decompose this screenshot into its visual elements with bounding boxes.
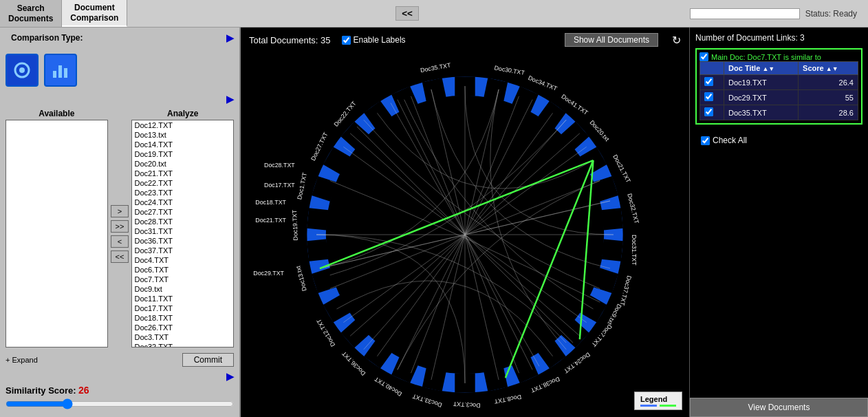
svg-line-31 [315,186,334,192]
analyze-list[interactable]: Doc12.TXTDoc13.txtDoc14.TXTDoc19.TXTDoc2… [131,120,234,348]
analyze-list-item[interactable]: Doc7.TXT [132,275,233,284]
similar-box: Main Doc: Doc7.TXT is similar to Doc Tit… [695,48,862,125]
legend-box: Legend [634,392,682,410]
analyze-list-item[interactable]: Doc26.TXT [132,323,233,332]
analyze-list-item[interactable]: Doc23.TXT [132,188,233,197]
legend-title: Legend [640,395,676,403]
svg-line-26 [347,328,362,341]
av-analyze-section: Available > >> < << Analyze Doc12.TXTDoc… [0,106,239,350]
tab-search-documents[interactable]: SearchDocuments [0,0,62,27]
svg-line-15 [603,249,622,251]
node-label-doc19: Doc19.TXT [291,209,299,241]
analyze-list-item[interactable]: Doc32.TXT [132,342,233,348]
svg-line-11 [568,129,583,142]
analyze-list-item[interactable]: Doc21.TXT [132,169,233,178]
collapse-button[interactable]: << [395,6,419,21]
analyze-list-item[interactable]: Doc19.TXT [132,149,233,159]
move-left-one-button[interactable]: < [111,235,129,248]
table-row[interactable]: Doc29.TXT 55 [700,90,858,105]
similar-checkbox[interactable] [699,52,708,61]
available-list[interactable] [6,120,108,348]
table-header-checkbox [700,62,724,75]
analyze-list-item[interactable]: Doc9.txt [132,284,233,294]
analyze-list-item[interactable]: Doc4.TXT [132,255,233,265]
row-score: 26.4 [799,75,858,90]
top-bar: SearchDocuments DocumentComparison << St… [0,0,868,28]
similar-title-text: Main Doc: Doc7.TXT is similar to [711,53,821,61]
node-label-doc28: Doc28.TXT [264,162,295,169]
left-panel: Comparison Type: ▶ [0,28,241,417]
table-header-doc-title[interactable]: Doc Title ▲▼ [724,62,799,75]
svg-line-29 [308,249,327,251]
expand-link[interactable]: + Expand [6,356,38,364]
show-all-documents-button[interactable]: Show All Documents [565,33,658,47]
refresh-button[interactable]: ↻ [672,34,681,47]
analyze-list-item[interactable]: Doc18.TXT [132,313,233,323]
svg-line-28 [315,277,334,284]
similarity-expand-arrow[interactable]: ▶ [226,371,234,382]
analyze-list-item[interactable]: Doc14.TXT [132,140,233,149]
analyze-list-item[interactable]: Doc20.txt [132,159,233,169]
comparison-icons [6,54,234,87]
commit-button[interactable]: Commit [182,353,234,367]
enable-labels-checkbox-label[interactable]: Enable Labels [342,35,406,45]
table-header-score[interactable]: Score ▲▼ [799,62,858,75]
row-title: Doc29.TXT [724,90,799,105]
analyze-list-item[interactable]: Doc27.TXT [132,207,233,217]
row-checkbox[interactable] [704,92,713,101]
tab-document-comparison[interactable]: DocumentComparison [62,0,127,27]
analyze-list-item[interactable]: Doc31.TXT [132,226,233,236]
analyze-list-item[interactable]: Doc12.TXT [132,120,233,130]
similarity-score-value: 26 [78,385,89,396]
analyze-list-item[interactable]: Doc13.txt [132,130,233,140]
analyze-list-item[interactable]: Doc36.TXT [132,236,233,246]
svg-rect-2 [53,71,56,78]
move-left-all-button[interactable]: << [111,250,129,263]
av-analyze-expand-arrow[interactable]: ▶ [226,94,234,105]
legend-line-green [660,405,676,407]
analyze-label: Analyze [131,109,234,118]
enable-labels-checkbox[interactable] [342,36,351,45]
move-right-all-button[interactable]: >> [111,220,129,233]
circle-comparison-icon[interactable] [6,54,39,87]
row-checkbox[interactable] [704,77,713,86]
similarity-score-label: Similarity Score: [6,385,76,396]
bottom-left: + Expand Commit [0,350,239,370]
analyze-list-item[interactable]: Doc17.TXT [132,303,233,313]
analyze-list-item[interactable]: Doc37.TXT [132,246,233,255]
comparison-type-section [0,48,239,92]
analyze-list-item[interactable]: Doc28.TXT [132,217,233,226]
doc-table: Doc Title ▲▼ Score ▲▼ Doc19.TXT 26.4 Doc… [699,61,858,120]
svg-line-35 [401,90,409,108]
graph-area: Doc35.TXT Doc30.TXT Doc34.TXT Doc41.TXT … [241,52,689,417]
svg-line-33 [347,129,362,142]
table-row[interactable]: Doc19.TXT 26.4 [700,75,858,90]
doc-links-count: Number of Document Links: 3 [695,33,862,43]
svg-line-16 [596,277,615,284]
table-row[interactable]: Doc35.TXT 28.6 [700,105,858,120]
view-documents-button[interactable]: View Documents [690,398,868,417]
node-label-doc18left: Doc18.TXT [255,199,286,206]
bar-chart-comparison-icon[interactable] [44,54,77,87]
comparison-type-expand-arrow[interactable]: ▶ [226,32,234,43]
row-title: Doc35.TXT [724,105,799,120]
row-score: 28.6 [799,105,858,120]
svg-line-10 [546,107,558,122]
available-column: Available [6,109,108,348]
analyze-list-item[interactable]: Doc3.TXT [132,332,233,342]
node-label-doc29: Doc29.TXT [253,270,284,277]
analyze-list-item[interactable]: Doc24.TXT [132,197,233,207]
move-right-one-button[interactable]: > [111,205,129,217]
similarity-slider[interactable] [6,398,234,409]
arrows-column: > >> < << [111,109,129,348]
similarity-score-section: Similarity Score: 26 [0,382,239,417]
status-label: Status: Ready [805,9,857,19]
svg-line-9 [521,90,530,108]
row-checkbox[interactable] [704,107,713,116]
svg-line-32 [328,156,345,165]
check-all-checkbox[interactable] [701,136,710,145]
analyze-list-item[interactable]: Doc11.TXT [132,294,233,303]
similar-title: Main Doc: Doc7.TXT is similar to [699,52,858,61]
analyze-list-item[interactable]: Doc6.TXT [132,265,233,275]
analyze-list-item[interactable]: Doc22.TXT [132,178,233,188]
